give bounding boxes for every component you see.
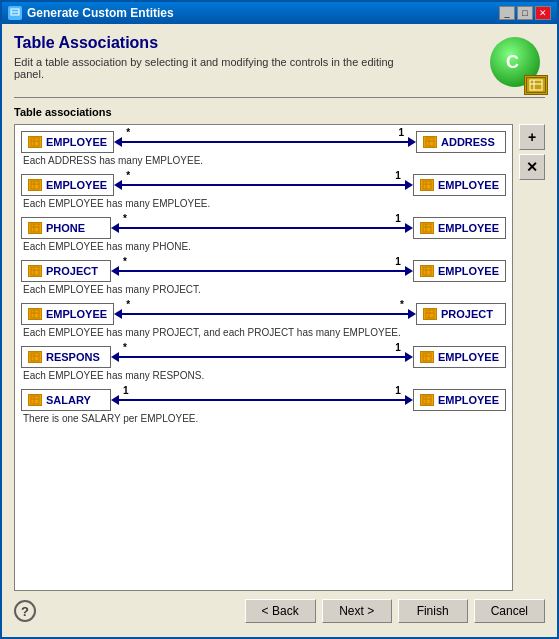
help-button[interactable]: ? (14, 600, 36, 622)
right-table-name: EMPLOYEE (438, 179, 499, 191)
left-table: EMPLOYEE (21, 303, 114, 325)
connector: * 1 (111, 217, 413, 239)
table-icon-left (28, 394, 42, 406)
association-item[interactable]: PHONE * 1 (21, 217, 506, 252)
svg-rect-42 (31, 396, 39, 404)
assoc-row: RESPONS * 1 (21, 346, 506, 368)
table-icon-left (28, 179, 42, 191)
arrow-left (114, 309, 122, 319)
minimize-button[interactable]: _ (499, 6, 515, 20)
left-table-name: PROJECT (46, 265, 98, 277)
conn-line: * 1 (119, 356, 405, 358)
connector: * 1 (111, 346, 413, 368)
title-bar-left: Generate Custom Entities (8, 6, 174, 20)
right-table: EMPLOYEE (413, 217, 506, 239)
footer-buttons: < Back Next > Finish Cancel (245, 599, 545, 623)
table-icon-left (28, 308, 42, 320)
svg-rect-33 (426, 310, 434, 318)
left-table: RESPONS (21, 346, 111, 368)
maximize-button[interactable]: □ (517, 6, 533, 20)
left-table-name: RESPONS (46, 351, 100, 363)
right-table: EMPLOYEE (413, 346, 506, 368)
right-table: EMPLOYEE (413, 389, 506, 411)
association-item[interactable]: EMPLOYEE * 1 (21, 174, 506, 209)
svg-rect-30 (31, 310, 39, 318)
remove-association-button[interactable]: ✕ (519, 154, 545, 180)
next-button[interactable]: Next > (322, 599, 392, 623)
table-icon-right (423, 308, 437, 320)
arrow-right (405, 223, 413, 233)
finish-button[interactable]: Finish (398, 599, 468, 623)
left-cardinality: 1 (123, 385, 129, 396)
arrow-left (111, 223, 119, 233)
left-table-name: EMPLOYEE (46, 179, 107, 191)
left-table: SALARY (21, 389, 111, 411)
connector: * 1 (111, 260, 413, 282)
conn-line: * 1 (119, 227, 405, 229)
association-item[interactable]: EMPLOYEE * 1 (21, 131, 506, 166)
association-item[interactable]: RESPONS * 1 (21, 346, 506, 381)
association-description: Each EMPLOYEE has many EMPLOYEE. (23, 198, 506, 209)
svg-rect-24 (31, 267, 39, 275)
associations-panel[interactable]: EMPLOYEE * 1 (14, 124, 513, 591)
svg-rect-18 (31, 224, 39, 232)
table-icon-right (420, 179, 434, 191)
svg-rect-45 (423, 396, 431, 404)
arrow-left (111, 395, 119, 405)
right-table-name: EMPLOYEE (438, 351, 499, 363)
associations-container: EMPLOYEE * 1 (14, 124, 545, 591)
right-table-name: EMPLOYEE (438, 265, 499, 277)
conn-line: * * (122, 313, 408, 315)
page-description: Edit a table association by selecting it… (14, 56, 414, 80)
cancel-button[interactable]: Cancel (474, 599, 545, 623)
association-description: There is one SALARY per EMPLOYEE. (23, 413, 506, 424)
right-cardinality: 1 (398, 127, 404, 138)
svg-rect-3 (530, 80, 542, 90)
svg-rect-9 (426, 138, 434, 146)
left-table: EMPLOYEE (21, 131, 114, 153)
right-table-name: PROJECT (441, 308, 493, 320)
left-table-name: EMPLOYEE (46, 308, 107, 320)
association-description: Each ADDRESS has many EMPLOYEE. (23, 155, 506, 166)
association-item[interactable]: EMPLOYEE * * (21, 303, 506, 338)
right-table: EMPLOYEE (413, 174, 506, 196)
conn-line: * 1 (122, 184, 405, 186)
content-area: Table Associations Edit a table associat… (2, 24, 557, 637)
svg-rect-36 (31, 353, 39, 361)
association-description: Each EMPLOYEE has many RESPONS. (23, 370, 506, 381)
association-item[interactable]: PROJECT * 1 (21, 260, 506, 295)
right-cardinality: 1 (395, 213, 401, 224)
assoc-row: EMPLOYEE * 1 (21, 174, 506, 196)
table-icon-right (420, 222, 434, 234)
arrow-right (405, 352, 413, 362)
header-text: Table Associations Edit a table associat… (14, 34, 414, 80)
arrow-left (114, 180, 122, 190)
close-button[interactable]: ✕ (535, 6, 551, 20)
back-button[interactable]: < Back (245, 599, 316, 623)
table-icon-left (28, 136, 42, 148)
connector: * * (114, 303, 416, 325)
table-icon-right (420, 265, 434, 277)
table-icon-right (423, 136, 437, 148)
window-controls: _ □ ✕ (499, 6, 551, 20)
svg-rect-6 (31, 138, 39, 146)
right-table-name: EMPLOYEE (438, 222, 499, 234)
left-table: PHONE (21, 217, 111, 239)
right-cardinality: 1 (395, 256, 401, 267)
assoc-row: EMPLOYEE * * (21, 303, 506, 325)
header-divider (14, 97, 545, 98)
arrow-right (408, 137, 416, 147)
side-buttons: + ✕ (519, 124, 545, 591)
right-cardinality: 1 (395, 385, 401, 396)
add-association-button[interactable]: + (519, 124, 545, 150)
logo-badge (526, 77, 546, 93)
left-table: EMPLOYEE (21, 174, 114, 196)
association-item[interactable]: SALARY 1 1 (21, 389, 506, 424)
right-table: PROJECT (416, 303, 506, 325)
left-table: PROJECT (21, 260, 111, 282)
association-description: Each EMPLOYEE has many PROJECT. (23, 284, 506, 295)
table-icon-left (28, 265, 42, 277)
connector: 1 1 (111, 389, 413, 411)
arrow-right (405, 395, 413, 405)
conn-line: 1 1 (119, 399, 405, 401)
